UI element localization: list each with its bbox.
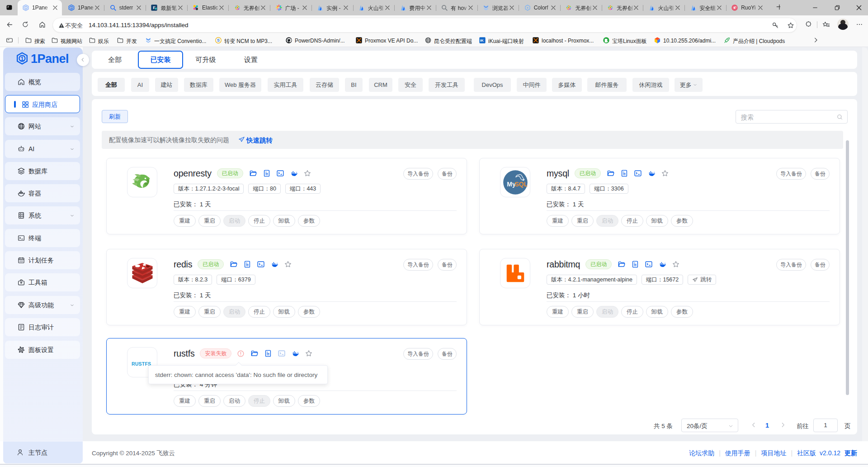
svg-text:SQL: SQL (514, 181, 528, 188)
